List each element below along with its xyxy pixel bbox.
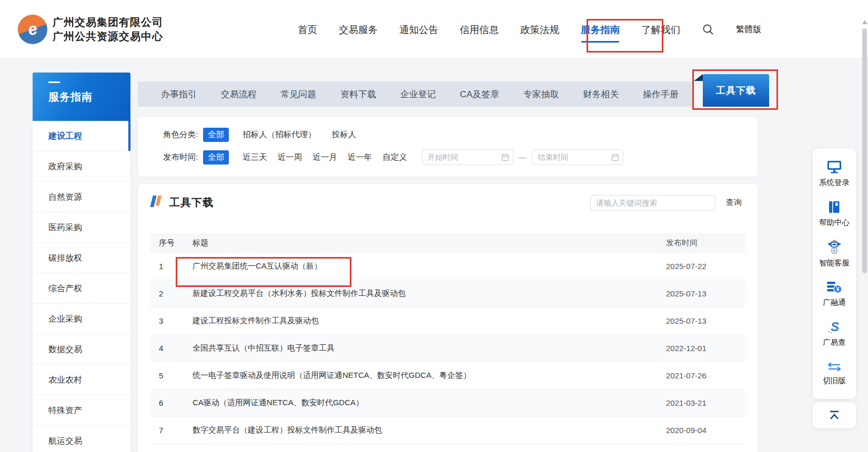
role-option-all-selected[interactable]: 全部 bbox=[203, 128, 229, 142]
sidebar-item-comprehensive-property[interactable]: 综合产权 bbox=[33, 273, 130, 304]
page: e 广州交易集团有限公司 广州公共资源交易中心 首页 交易服务 通知公告 信用信… bbox=[0, 0, 868, 452]
row-title-link[interactable]: 全国共享互认（中招互联）电子签章工具 bbox=[193, 343, 666, 353]
scrollbar-thumb[interactable] bbox=[862, 28, 867, 273]
row-date: 2025-07-22 bbox=[666, 262, 745, 271]
row-number: 1 bbox=[150, 262, 193, 271]
float-item-gyicha-search[interactable]: S 广易查 bbox=[813, 314, 856, 354]
row-title-link[interactable]: 统一电子签章驱动及使用说明（适用网证通NETCA、数安时代GDCA、粤企签） bbox=[193, 371, 666, 381]
nav-item-policies[interactable]: 政策法规 bbox=[520, 23, 559, 36]
sidebar-item-enterprise-procurement[interactable]: 企业采购 bbox=[33, 304, 130, 334]
nav-item-trading-services[interactable]: 交易服务 bbox=[339, 23, 378, 36]
row-title-link[interactable]: CA驱动（适用网证通NETCA、数安时代GDCA） bbox=[193, 398, 666, 408]
nav-item-about-us[interactable]: 了解我们 bbox=[641, 23, 680, 36]
time-option-year[interactable]: 近一年 bbox=[348, 152, 372, 163]
nav-item-notices[interactable]: 通知公告 bbox=[399, 23, 438, 36]
float-item-label: 智能客服 bbox=[819, 258, 850, 268]
tab-registration[interactable]: 企业登记 bbox=[400, 88, 436, 100]
row-title-link[interactable]: 数字交易平台（建设工程）投标文件制作工具及驱动包 bbox=[193, 425, 666, 435]
sidebar-item-shipping[interactable]: 航运交易 bbox=[33, 426, 130, 452]
tab-ca-signature[interactable]: CA及签章 bbox=[460, 88, 499, 100]
nav-item-service-guide[interactable]: 服务指南 bbox=[581, 23, 620, 36]
float-item-ai-customer-service[interactable]: 智能客服 bbox=[813, 234, 856, 274]
keyword-search-field bbox=[590, 195, 715, 211]
row-title-link[interactable]: 建设工程投标文件制作工具及驱动包 bbox=[193, 316, 666, 326]
row-title-link[interactable]: 广州交易集团统一CA互认驱动（新） bbox=[193, 261, 666, 271]
scrollbar-up-arrow-icon[interactable] bbox=[862, 20, 867, 24]
table-row: 6 CA驱动（适用网证通NETCA、数安时代GDCA） 2021-03-21 bbox=[150, 389, 745, 417]
role-option-bidder[interactable]: 投标人 bbox=[332, 129, 357, 140]
sidebar-item-government-procurement[interactable]: 政府采购 bbox=[33, 151, 130, 182]
site-header: e 广州交易集团有限公司 广州公共资源交易中心 首页 交易服务 通知公告 信用信… bbox=[0, 0, 868, 59]
role-option-tenderer[interactable]: 招标人（招标代理） bbox=[243, 129, 316, 140]
logo-icon: e bbox=[18, 15, 47, 44]
tab-tools-download-active[interactable]: 工具下载 bbox=[703, 74, 769, 107]
float-item-help-center[interactable]: 帮助中心 bbox=[813, 194, 856, 234]
time-option-month[interactable]: 近一月 bbox=[312, 152, 337, 163]
panel-header: 工具下载 查询 bbox=[150, 192, 745, 217]
nav-item-credit-info[interactable]: 信用信息 bbox=[460, 23, 499, 36]
section-books-icon bbox=[152, 196, 160, 209]
header-no: 序号 bbox=[150, 238, 193, 248]
nav-item-home[interactable]: 首页 bbox=[298, 23, 317, 36]
row-number: 3 bbox=[150, 316, 193, 325]
category-tabbar: 办事指引 交易流程 常见问题 资料下载 企业登记 CA及签章 专家抽取 财务相关… bbox=[138, 81, 693, 107]
query-button[interactable]: 查询 bbox=[726, 198, 742, 208]
row-title-link[interactable]: 新建设工程交易平台（水利水务）投标文件制作工具及驱动包 bbox=[193, 289, 666, 299]
company-line-2: 广州公共资源交易中心 bbox=[53, 29, 163, 44]
swap-arrows-icon bbox=[827, 362, 842, 372]
search-icon bbox=[702, 23, 714, 36]
section-title: 工具下载 bbox=[169, 196, 214, 210]
tab-downloads[interactable]: 资料下载 bbox=[340, 88, 376, 100]
end-date-input[interactable] bbox=[538, 153, 609, 161]
table-header-row: 序号 标题 发布时间 bbox=[150, 233, 745, 253]
time-option-3days[interactable]: 近三天 bbox=[243, 152, 267, 163]
float-item-switch-old-version[interactable]: 切旧版 bbox=[813, 354, 856, 394]
role-filter-label: 角色分类: bbox=[163, 129, 198, 140]
sidebar-header: 服务指南 bbox=[33, 73, 130, 121]
tab-expert-draw[interactable]: 专家抽取 bbox=[523, 88, 559, 100]
keyword-search-input[interactable] bbox=[596, 199, 706, 207]
row-number: 5 bbox=[150, 371, 193, 380]
tab-process[interactable]: 交易流程 bbox=[221, 88, 257, 100]
sidebar-item-agriculture[interactable]: 农业农村 bbox=[33, 365, 130, 395]
company-logo[interactable]: e bbox=[18, 15, 47, 44]
sidebar-item-data-trading[interactable]: 数据交易 bbox=[33, 334, 130, 365]
float-item-label: 系统登录 bbox=[819, 178, 850, 188]
back-to-top-button[interactable] bbox=[813, 402, 856, 428]
row-date: 2021-03-21 bbox=[666, 398, 745, 407]
left-sidebar: 服务指南 建设工程 政府采购 自然资源 医药采购 碳排放权 综合产权 企业采购 … bbox=[33, 73, 130, 452]
calendar-icon[interactable] bbox=[501, 153, 509, 163]
float-item-label: 广融通 bbox=[823, 297, 846, 307]
company-line-1: 广州交易集团有限公司 bbox=[53, 15, 163, 29]
traditional-chinese-switch[interactable]: 繁體版 bbox=[736, 24, 761, 35]
start-date-input[interactable] bbox=[428, 153, 499, 161]
row-date: 2025-07-13 bbox=[666, 316, 745, 325]
table-row: 3 建设工程投标文件制作工具及驱动包 2025-07-13 bbox=[150, 307, 745, 335]
main-nav: 首页 交易服务 通知公告 信用信息 政策法规 服务指南 了解我们 繁體版 bbox=[298, 0, 761, 59]
time-option-custom[interactable]: 自定义 bbox=[382, 152, 407, 163]
sidebar-item-special-assets[interactable]: 特殊资产 bbox=[33, 395, 130, 426]
sidebar-title: 服务指南 bbox=[48, 90, 130, 104]
table-row: 1 广州交易集团统一CA互认驱动（新） 2025-07-22 bbox=[150, 253, 745, 280]
table-row: 7 数字交易平台（建设工程）投标文件制作工具及驱动包 2020-09-04 bbox=[150, 417, 745, 444]
tab-faq[interactable]: 常见问题 bbox=[280, 88, 316, 100]
time-filter-label: 发布时间: bbox=[163, 152, 198, 163]
float-item-grongtong-finance[interactable]: ¥ 广融通 bbox=[813, 274, 856, 314]
robot-mascot-icon bbox=[826, 240, 842, 254]
time-option-all-selected[interactable]: 全部 bbox=[203, 150, 229, 165]
monitor-icon bbox=[827, 160, 842, 174]
sidebar-item-construction[interactable]: 建设工程 bbox=[33, 121, 130, 151]
tab-guide[interactable]: 办事指引 bbox=[161, 88, 197, 100]
row-number: 4 bbox=[150, 344, 193, 353]
tab-finance[interactable]: 财务相关 bbox=[583, 88, 619, 100]
sidebar-item-natural-resources[interactable]: 自然资源 bbox=[33, 182, 130, 212]
float-item-system-login[interactable]: 系统登录 bbox=[813, 154, 856, 194]
sidebar-item-carbon-emissions[interactable]: 碳排放权 bbox=[33, 243, 130, 273]
tab-manual[interactable]: 操作手册 bbox=[643, 88, 679, 100]
book-icon bbox=[827, 200, 841, 214]
header-search-button[interactable] bbox=[702, 23, 714, 36]
calendar-icon[interactable] bbox=[611, 153, 619, 163]
time-option-week[interactable]: 近一周 bbox=[278, 152, 302, 163]
sidebar-item-medical-procurement[interactable]: 医药采购 bbox=[33, 212, 130, 243]
time-filter-row: 发布时间: 全部 近三天 近一周 近一月 近一年 自定义 — bbox=[163, 142, 758, 165]
